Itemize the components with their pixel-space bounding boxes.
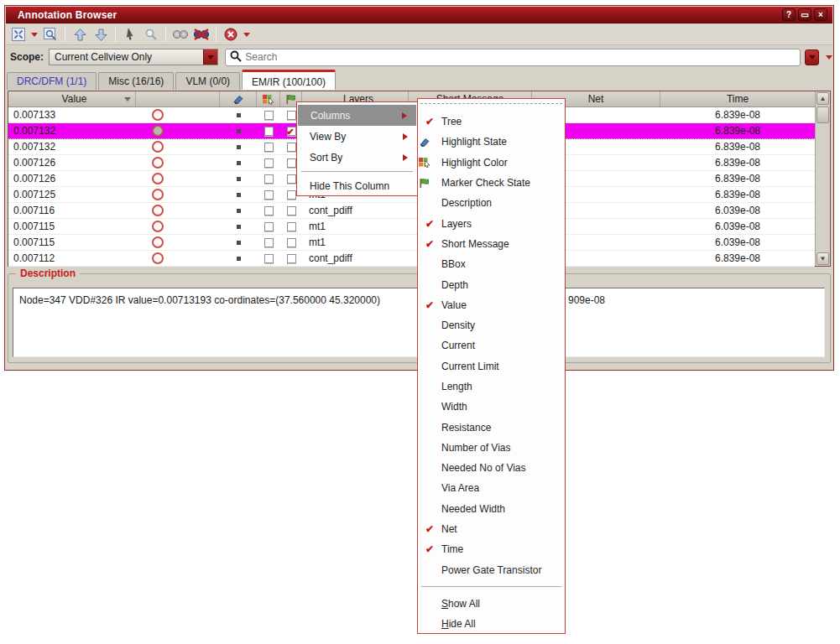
tab-vlm[interactable]: VLM (0/0) [175, 72, 240, 90]
submenu-item-current[interactable]: Current [418, 335, 565, 356]
marker-check-checkbox[interactable] [287, 190, 296, 200]
tab-drc-dfm[interactable]: DRC/DFM (1/1) [7, 72, 97, 90]
submenu-item-number-of-vias[interactable]: Number of Vias [418, 438, 565, 458]
menu-item-hide-this-column[interactable]: Hide This Column [297, 175, 417, 196]
search-input[interactable] [245, 50, 800, 65]
highlight-color-checkbox[interactable] [264, 222, 274, 231]
marker-check-checkbox[interactable] [287, 174, 296, 184]
scroll-up-icon[interactable]: ▲ [817, 92, 829, 105]
highlight-color-checkbox[interactable] [264, 143, 274, 152]
help-button[interactable]: ? [782, 8, 796, 21]
submenu-item-current-limit[interactable]: Current Limit [418, 356, 565, 377]
marker-check-checkbox[interactable] [287, 111, 296, 120]
marker-circle-icon[interactable] [152, 205, 164, 216]
marker-check-checkbox[interactable] [287, 158, 296, 168]
magnifier-icon[interactable] [143, 26, 159, 43]
marker-circle-icon[interactable] [152, 252, 164, 264]
highlight-color-checkbox[interactable] [264, 206, 274, 216]
marker-circle-icon[interactable] [152, 125, 164, 137]
column-header-tree[interactable] [136, 91, 220, 106]
marker-circle-icon[interactable] [152, 189, 164, 200]
scope-combobox[interactable]: Current Cellview Only [49, 49, 218, 65]
submenu-item-description[interactable]: Description [418, 193, 565, 213]
cell-highlight-color [257, 139, 280, 154]
submenu-item-layers[interactable]: ✔Layers [418, 213, 565, 233]
table-row[interactable]: 0.007115mt16.039e-08 [8, 219, 815, 235]
marker-circle-icon[interactable] [152, 221, 164, 232]
marker-check-checkbox[interactable] [287, 238, 296, 247]
marker-circle-icon[interactable] [152, 109, 164, 121]
previous-marker-icon[interactable] [71, 26, 88, 43]
binoculars-off-icon[interactable] [193, 26, 210, 43]
fit-view-dropdown-icon[interactable] [31, 33, 38, 40]
column-header-time[interactable]: Time [660, 91, 815, 106]
column-header-value[interactable]: Value [8, 91, 136, 106]
highlight-color-checkbox[interactable] [264, 127, 274, 136]
submenu-item-highlight-state[interactable]: Highlight State [418, 132, 565, 152]
tab-misc[interactable]: Misc (16/16) [98, 72, 174, 90]
scope-dropdown-button[interactable] [203, 49, 217, 65]
submenu-item-highlight-color[interactable]: Highlight Color [418, 153, 565, 173]
highlight-color-checkbox[interactable] [264, 111, 274, 120]
search-options-icon[interactable] [826, 55, 832, 63]
submenu-item-density[interactable]: Density [418, 315, 565, 335]
next-marker-icon[interactable] [92, 26, 109, 43]
close-button[interactable]: × [814, 8, 827, 21]
marker-check-checkbox[interactable] [287, 206, 296, 216]
restore-button[interactable]: ▭ [798, 8, 811, 21]
tab-em-ir[interactable]: EM/IR (100/100) [242, 70, 336, 90]
submenu-item-hide-all[interactable]: Hide All [418, 614, 565, 634]
submenu-item-net[interactable]: ✔Net [418, 519, 565, 539]
highlight-color-checkbox[interactable] [264, 158, 274, 168]
marker-check-checkbox[interactable] [287, 254, 296, 263]
table-row[interactable]: 0.007115mt16.039e-08 [8, 235, 815, 251]
submenu-item-power-gate-transistor[interactable]: Power Gate Transistor [418, 560, 565, 580]
submenu-item-length[interactable]: Length [418, 377, 565, 397]
menu-item-columns[interactable]: Columns [298, 105, 416, 126]
fit-view-icon[interactable] [10, 26, 27, 43]
submenu-item-width[interactable]: Width [418, 397, 565, 417]
vertical-scrollbar[interactable]: ▲ ▼ [815, 91, 830, 266]
marker-circle-icon[interactable] [152, 157, 164, 169]
table-row[interactable]: 0.007116cont_pdiff6.039e-08 [8, 203, 815, 219]
search-box[interactable] [225, 49, 801, 66]
delete-markers-dropdown-icon[interactable] [243, 33, 250, 40]
submenu-item-needed-no-of-vias[interactable]: Needed No of Vias [418, 458, 565, 478]
highlight-color-checkbox[interactable] [264, 238, 274, 247]
submenu-item-time[interactable]: ✔Time [418, 539, 565, 559]
marker-check-checkbox[interactable] [287, 143, 296, 152]
submenu-item-depth[interactable]: Depth [418, 274, 565, 294]
delete-markers-icon[interactable] [222, 26, 239, 43]
marker-check-checkbox[interactable]: ✔ [287, 127, 296, 136]
marker-circle-icon[interactable] [152, 236, 164, 248]
menu-item-view-by[interactable]: View By [297, 126, 417, 147]
highlight-color-checkbox[interactable] [264, 190, 274, 200]
submenu-item-bbox[interactable]: BBox [418, 254, 565, 274]
highlight-color-checkbox[interactable] [264, 254, 274, 263]
tear-off-handle[interactable] [420, 103, 562, 106]
menu-item-sort-by[interactable]: Sort By [297, 147, 417, 168]
column-header-highlight-color[interactable] [257, 91, 280, 106]
submenu-item-tree[interactable]: ✔Tree [418, 112, 565, 132]
highlight-color-checkbox[interactable] [264, 174, 274, 184]
submenu-item-via-area[interactable]: Via Area [418, 478, 565, 498]
submenu-item-marker-check-state[interactable]: Marker Check State [418, 173, 565, 193]
submenu-item-show-all[interactable]: Show All [418, 594, 565, 614]
submenu-item-value[interactable]: ✔Value [418, 295, 565, 315]
title-bar[interactable]: Annotation Browser ? ▭ × [6, 7, 832, 23]
scroll-down-icon[interactable]: ▼ [817, 252, 829, 265]
marker-circle-icon[interactable] [152, 141, 164, 153]
submenu-item-resistance[interactable]: Resistance [418, 417, 565, 437]
column-header-highlight-state[interactable] [220, 91, 257, 106]
cursor-icon[interactable] [122, 26, 138, 43]
scrollbar-thumb[interactable] [817, 106, 829, 123]
sort-descending-icon[interactable] [124, 97, 131, 105]
binoculars-icon[interactable] [172, 26, 189, 43]
zoom-to-marker-icon[interactable] [42, 26, 59, 43]
marker-circle-icon[interactable] [152, 173, 164, 184]
table-row[interactable]: 0.007112cont_pdiff6.839e-08 [8, 251, 815, 267]
submenu-item-needed-width[interactable]: Needed Width [418, 499, 565, 519]
submenu-item-short-message[interactable]: ✔Short Message [418, 234, 565, 254]
search-history-button[interactable] [805, 49, 819, 65]
marker-check-checkbox[interactable] [287, 222, 296, 231]
